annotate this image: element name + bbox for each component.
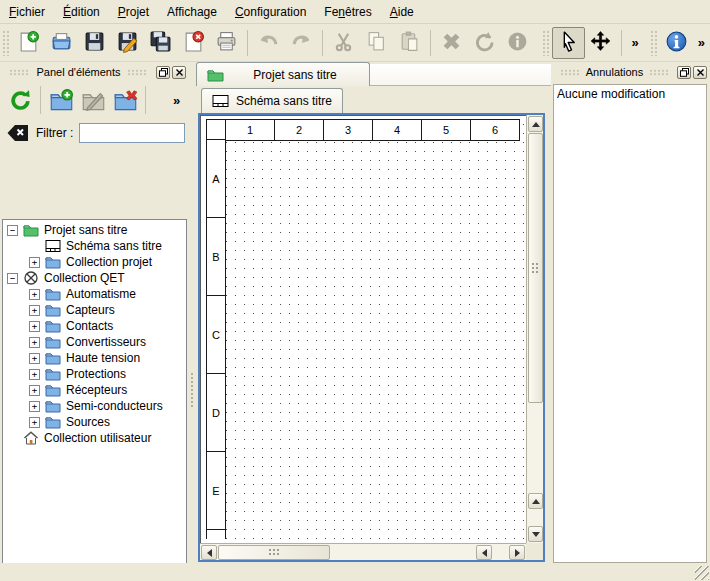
new-category-icon (49, 88, 74, 113)
vertical-scrollbar-thumb[interactable] (528, 133, 543, 403)
vertical-scrollbar[interactable] (526, 115, 543, 543)
save-as-icon (116, 30, 139, 56)
tab-schema-sans-titre[interactable]: Schéma sans titre (201, 88, 343, 113)
save-as-button[interactable] (111, 27, 144, 59)
save-all-icon (149, 30, 172, 56)
scroll-up-button-2[interactable] (528, 493, 543, 509)
undo-panel-titlebar[interactable]: Annulations (551, 62, 710, 82)
tree-label: Convertisseurs (66, 335, 146, 349)
new-document-button[interactable] (12, 27, 45, 59)
tree-item-haute-tension[interactable]: + Haute tension (3, 350, 186, 366)
tab-bar-empty-area (370, 64, 553, 86)
menu-fichier[interactable]: Fichier (0, 3, 54, 21)
scroll-left-button[interactable] (201, 545, 217, 560)
undo-list-item[interactable]: Aucune modification (557, 86, 703, 102)
tree-label: Collection utilisateur (44, 431, 151, 445)
reload-collections-button[interactable] (4, 84, 36, 116)
scroll-up-button[interactable] (528, 116, 543, 132)
panel-overflow-chevron[interactable]: » (168, 93, 185, 108)
float-panel-button[interactable] (156, 66, 170, 79)
folder-icon (45, 334, 61, 350)
scroll-left-button-2[interactable] (476, 545, 492, 560)
panel-splitter[interactable] (188, 62, 196, 563)
toolbar-overflow-chevron[interactable]: » (693, 35, 710, 50)
tree-item-sources[interactable]: + Sources (3, 414, 186, 430)
arrow-left-icon (482, 549, 487, 557)
float-panel-button[interactable] (677, 66, 691, 79)
schema-canvas[interactable]: 1 2 3 4 5 6 A B C D E (200, 115, 526, 543)
menu-fenetres[interactable]: Fenêtres (315, 3, 380, 21)
toolbar-drag-handle[interactable] (2, 30, 10, 56)
tree-label: Sources (66, 415, 110, 429)
rotate-button (468, 27, 501, 59)
collapse-expander[interactable]: − (7, 225, 18, 236)
tree-item-capteurs[interactable]: + Capteurs (3, 302, 186, 318)
tab-label: Projet sans titre (253, 68, 336, 82)
tree-item-protections[interactable]: + Protections (3, 366, 186, 382)
tree-item-convertisseurs[interactable]: + Convertisseurs (3, 334, 186, 350)
undo-button (252, 27, 285, 59)
column-header: 3 (323, 119, 373, 141)
select-mode-button[interactable] (552, 27, 585, 59)
folder-icon (45, 286, 61, 302)
close-panel-button[interactable] (172, 66, 186, 79)
menu-aide[interactable]: Aide (381, 3, 423, 21)
expand-expander[interactable]: + (29, 257, 40, 268)
save-button[interactable] (78, 27, 111, 59)
menu-projet[interactable]: Projet (109, 3, 158, 21)
tree-item-projet[interactable]: − Projet sans titre (3, 222, 186, 238)
close-panel-button[interactable] (693, 66, 707, 79)
tree-item-contacts[interactable]: + Contacts (3, 318, 186, 334)
tree-item-automatisme[interactable]: + Automatisme (3, 286, 186, 302)
close-file-button[interactable] (177, 27, 210, 59)
cut-scissors-icon (332, 30, 355, 56)
menu-configuration[interactable]: Configuration (226, 3, 315, 21)
filter-label: Filtrer : (36, 126, 73, 140)
column-header: 2 (274, 119, 324, 141)
toolbar-drag-handle[interactable] (650, 30, 658, 56)
filter-input[interactable] (79, 123, 185, 143)
collapse-expander[interactable]: − (7, 273, 18, 284)
select-pointer-icon (557, 30, 580, 56)
delete-category-button[interactable] (109, 84, 141, 116)
window-resize-grip[interactable] (695, 566, 709, 580)
schema-title-frame: 1 2 3 4 5 6 A B C D E (206, 119, 520, 539)
folder-icon (45, 318, 61, 334)
open-button[interactable] (45, 27, 78, 59)
tree-label: Contacts (66, 319, 113, 333)
toolbar-overflow-chevron[interactable]: » (626, 35, 643, 50)
scroll-right-button[interactable] (509, 545, 525, 560)
tree-item-collection-utilisateur[interactable]: Collection utilisateur (3, 430, 186, 446)
redo-button (285, 27, 318, 59)
tree-item-collection-projet[interactable]: + Collection projet (3, 254, 186, 270)
tree-item-schema[interactable]: Schéma sans titre (3, 238, 186, 254)
clear-filter-icon (6, 124, 30, 142)
about-info-icon (665, 30, 688, 56)
menu-edition[interactable]: Édition (54, 3, 109, 21)
tree-item-semi-conducteurs[interactable]: + Semi-conducteurs (3, 398, 186, 414)
tab-projet-sans-titre[interactable]: Projet sans titre (196, 62, 370, 86)
tree-item-collection-qet[interactable]: − Collection QET (3, 270, 186, 286)
horizontal-scrollbar-thumb[interactable] (218, 545, 330, 560)
toolbar-drag-handle[interactable] (542, 30, 550, 56)
save-all-button[interactable] (144, 27, 177, 59)
edit-category-icon (81, 88, 106, 113)
project-folder-icon (207, 68, 224, 82)
folder-icon (45, 414, 61, 430)
column-header: 6 (470, 119, 520, 141)
tree-item-recepteurs[interactable]: + Récepteurs (3, 382, 186, 398)
menu-affichage[interactable]: Affichage (158, 3, 226, 21)
clear-filter-button[interactable] (6, 124, 30, 142)
undo-history-list[interactable]: Aucune modification (553, 84, 707, 563)
copy-button (360, 27, 393, 59)
new-category-button[interactable] (45, 84, 77, 116)
print-button[interactable] (210, 27, 243, 59)
tree-label: Projet sans titre (44, 223, 127, 237)
elements-panel-titlebar[interactable]: Panel d'éléments (0, 62, 189, 82)
arrow-up-icon (532, 122, 540, 127)
toolbar-separator (430, 30, 431, 56)
move-mode-button[interactable] (585, 27, 618, 59)
about-button[interactable] (660, 27, 693, 59)
scroll-down-button[interactable] (528, 526, 543, 542)
horizontal-scrollbar[interactable] (200, 543, 526, 560)
